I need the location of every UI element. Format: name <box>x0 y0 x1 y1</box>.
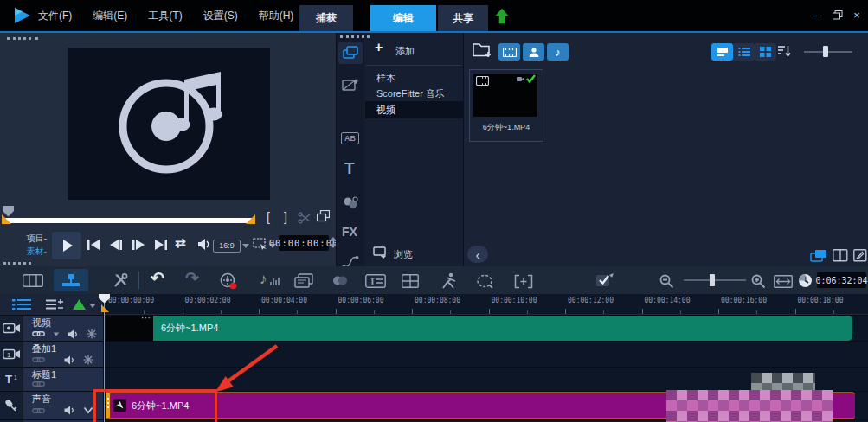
video-clip[interactable]: 6分钟~1.MP4 <box>153 316 852 341</box>
scrubber-bar[interactable] <box>3 218 254 223</box>
view-list-button[interactable] <box>733 43 755 61</box>
track-header-voice[interactable]: 声音 <box>23 392 103 419</box>
minimize-button[interactable]: – <box>812 9 826 22</box>
go-to-end-button[interactable] <box>154 239 168 251</box>
link-icon[interactable] <box>32 380 45 388</box>
collapse-panel-button[interactable]: ‹ <box>467 246 488 263</box>
track-mute-icon[interactable] <box>64 406 75 415</box>
ripple-edit-button[interactable] <box>73 299 86 310</box>
add-label[interactable]: 添加 <box>395 45 415 58</box>
filter-photo-button[interactable] <box>523 43 544 61</box>
dual-pane-view-button[interactable] <box>833 249 848 262</box>
split-screen-button[interactable] <box>402 274 419 288</box>
thumbnail-size-slider-thumb[interactable] <box>823 46 828 57</box>
timeline-drag-handle[interactable] <box>3 262 31 265</box>
import-folder-icon[interactable] <box>473 42 492 58</box>
mask-creator-button[interactable] <box>476 274 493 289</box>
mark-out-button[interactable]: ] <box>284 210 287 224</box>
clip-mode-label[interactable]: 素材- <box>17 246 47 258</box>
track-gutter-title[interactable]: T 1 <box>0 368 23 391</box>
preview-timecode[interactable]: 00:00:00:00 <box>279 235 329 251</box>
options-item-scorefitter[interactable]: ScoreFitter 音乐 <box>376 87 445 100</box>
rail-subtitle-icon[interactable]: AB <box>341 132 359 144</box>
aspect-ratio-selector[interactable]: 16:9 <box>213 240 241 253</box>
sound-mixer-button[interactable]: ♪ <box>260 271 267 288</box>
timeline-zoom-slider-thumb[interactable] <box>710 274 715 286</box>
rail-media-button[interactable] <box>338 42 363 64</box>
menu-item-3[interactable]: 设置(S) <box>203 9 238 23</box>
subtitle-editor-button[interactable]: T <box>365 274 386 288</box>
fit-timeline-button[interactable] <box>774 275 793 288</box>
project-mode-label[interactable]: 项目- <box>17 233 47 245</box>
loop-playback-button[interactable]: ⇄ <box>175 235 186 251</box>
options-item-video-selected[interactable]: 视频 <box>365 101 464 118</box>
playhead-marker[interactable] <box>99 294 110 304</box>
track-manager-button[interactable] <box>12 298 33 310</box>
edit-options-button[interactable] <box>853 249 867 262</box>
mark-in-button[interactable]: [ <box>267 210 270 224</box>
painting-creator-button[interactable] <box>294 273 313 288</box>
next-frame-button[interactable] <box>132 239 145 251</box>
track-effect-disable-icon[interactable] <box>83 355 93 365</box>
link-icon[interactable] <box>32 329 45 338</box>
track-header-video[interactable]: 视频 <box>23 316 103 341</box>
play-button[interactable] <box>52 232 81 259</box>
view-grid-button[interactable] <box>755 43 776 61</box>
menu-item-1[interactable]: 编辑(E) <box>93 9 127 23</box>
timeline-view-button[interactable] <box>54 269 88 291</box>
rail-fx-icon[interactable]: FX <box>342 225 357 239</box>
trim-handle-right[interactable] <box>246 214 255 224</box>
track-header-overlay[interactable]: 叠加1 <box>23 342 103 367</box>
record-capture-button[interactable] <box>220 272 237 290</box>
volume-button[interactable] <box>197 238 211 251</box>
rail-transition-icon[interactable] <box>342 78 359 93</box>
track-header-title[interactable]: 标题1 <box>23 368 103 391</box>
undo-button[interactable]: ↶ <box>151 268 164 288</box>
track-mute-icon[interactable] <box>68 329 79 339</box>
panel-drag-handle[interactable] <box>7 37 38 40</box>
menu-item-2[interactable]: 工具(T) <box>148 9 182 23</box>
timeline-zoom-slider[interactable] <box>684 279 746 281</box>
3d-title-editor-button[interactable] <box>514 274 533 289</box>
split-clip-scissors-icon[interactable] <box>298 212 311 224</box>
zoom-out-button[interactable] <box>659 274 674 289</box>
tools-button[interactable] <box>113 273 128 288</box>
upgrade-arrow-icon[interactable] <box>495 9 509 24</box>
menu-item-0[interactable]: 文件(F) <box>38 9 72 23</box>
previous-frame-button[interactable] <box>109 239 123 251</box>
add-plus-icon[interactable]: + <box>375 40 383 55</box>
video-clip-thumbnail[interactable]: ⋯ <box>106 316 153 341</box>
speed-effect-button[interactable] <box>332 275 348 286</box>
zoom-in-button[interactable] <box>751 274 766 289</box>
link-icon[interactable] <box>32 355 45 364</box>
enlarge-preview-icon[interactable] <box>253 238 267 250</box>
go-to-start-button[interactable] <box>87 239 100 251</box>
tab-capture[interactable]: 捕获 <box>299 5 353 31</box>
library-panel-view-button[interactable] <box>810 249 829 263</box>
track-gutter-voice[interactable] <box>0 392 23 419</box>
media-card[interactable]: 6分钟~1.MP4 <box>469 69 543 142</box>
storyboard-view-button[interactable] <box>23 274 43 287</box>
grab-frame-icon[interactable] <box>317 210 330 222</box>
track-mute-icon[interactable] <box>64 355 75 365</box>
track-gutter-overlay[interactable]: 1 <box>0 342 23 367</box>
track-lane-video[interactable]: ⋯ 6分钟~1.MP4 <box>104 316 868 341</box>
motion-tracking-button[interactable] <box>440 272 457 289</box>
redo-button[interactable]: ↷ <box>185 268 199 288</box>
sort-icon[interactable] <box>777 44 791 58</box>
tab-edit[interactable]: 编辑 <box>370 5 436 31</box>
ripple-edit-caret-icon[interactable] <box>89 304 96 308</box>
timeline-ruler[interactable]: 00:00:00:0000:00:02:0000:00:04:0000:00:0… <box>104 294 868 315</box>
view-title-toggle-button[interactable] <box>711 43 733 61</box>
aspect-ratio-caret-icon[interactable] <box>242 244 249 248</box>
rail-graphic-icon[interactable] <box>342 195 359 211</box>
restore-button[interactable] <box>833 10 843 20</box>
options-item-samples[interactable]: 样本 <box>376 72 395 85</box>
link-icon[interactable] <box>32 406 45 415</box>
link-caret-icon[interactable] <box>54 332 59 336</box>
browse-label[interactable]: 浏览 <box>394 248 413 261</box>
tab-share[interactable]: 共享 <box>438 5 488 31</box>
options-drag-handle[interactable] <box>340 35 370 38</box>
filter-video-button[interactable] <box>498 43 520 61</box>
track-effect-disable-icon[interactable] <box>87 329 97 339</box>
